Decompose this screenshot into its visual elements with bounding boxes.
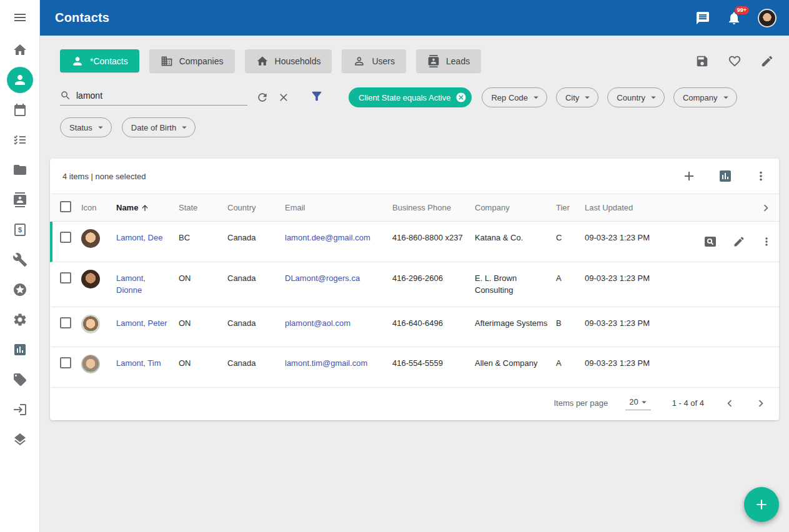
filter-chip-country[interactable]: Country: [607, 87, 665, 107]
previous-page-icon[interactable]: [723, 397, 737, 410]
search-filter-row: Client State equals Active Rep Code City…: [60, 87, 774, 107]
house-icon: [256, 55, 269, 67]
sidebar-item-reports[interactable]: [0, 335, 40, 365]
contact-card-icon: [12, 192, 27, 207]
chevron-right-icon[interactable]: [759, 201, 773, 215]
sidebar-item-contacts[interactable]: [0, 65, 40, 95]
sidebar-item-favorites[interactable]: [0, 275, 40, 305]
table-row[interactable]: Lamont, Dee BC Canada lamont.dee@gmail.c…: [50, 222, 779, 262]
sidebar-item-layers[interactable]: [0, 425, 40, 455]
remove-filter-icon[interactable]: [455, 92, 467, 103]
sidebar-item-tags[interactable]: [0, 365, 40, 395]
cell-country: Canada: [227, 222, 285, 254]
column-header-business-phone[interactable]: Business Phone: [392, 203, 475, 212]
column-header-country[interactable]: Country: [227, 203, 285, 212]
contact-email-link[interactable]: lamont.tim@gmail.com: [285, 358, 367, 368]
checklist-icon: [12, 132, 27, 147]
funnel-icon: [310, 89, 324, 103]
cell-tier: B: [556, 307, 585, 340]
tab-companies[interactable]: Companies: [149, 49, 235, 72]
tab-contacts[interactable]: *Contacts: [60, 49, 139, 72]
svg-text:$: $: [17, 226, 21, 234]
filter-chip-city[interactable]: City: [556, 87, 598, 107]
table-row[interactable]: Lamont, Dionne ON Canada DLamont@rogers.…: [50, 262, 779, 307]
chart-view-icon[interactable]: [718, 169, 733, 184]
add-contact-fab[interactable]: [744, 487, 779, 522]
notification-badge: 99+: [735, 6, 749, 14]
row-checkbox[interactable]: [60, 272, 71, 283]
notifications-button[interactable]: 99+: [727, 11, 742, 26]
contact-email-link[interactable]: lamont.dee@gmail.com: [285, 233, 370, 242]
user-avatar[interactable]: [758, 9, 777, 27]
active-filter-chip[interactable]: Client State equals Active: [349, 87, 472, 107]
cell-business-phone: 416-860-8800 x237: [392, 222, 475, 254]
cell-state: ON: [179, 307, 227, 340]
main-content: *Contacts Companies Households Users Lea…: [40, 36, 789, 532]
edit-pencil-icon[interactable]: [760, 54, 774, 68]
sidebar-item-documents[interactable]: [0, 155, 40, 185]
filter-button[interactable]: [310, 89, 324, 106]
table-row[interactable]: Lamont, Tim ON Canada lamont.tim@gmail.c…: [50, 347, 779, 388]
column-header-email[interactable]: Email: [285, 203, 392, 212]
sidebar-item-home[interactable]: [0, 35, 40, 65]
table-row[interactable]: Lamont, Peter ON Canada plamont@aol.com …: [50, 307, 779, 348]
contact-name-link[interactable]: Lamont, Dionne: [116, 273, 146, 295]
filter-chip-rep-code[interactable]: Rep Code: [482, 87, 547, 107]
column-header-name[interactable]: Name: [116, 203, 179, 212]
column-header-icon[interactable]: Icon: [81, 203, 116, 212]
layers-icon: [12, 432, 27, 447]
sidebar-item-sign-out[interactable]: [0, 395, 40, 425]
favorite-heart-icon[interactable]: [728, 54, 742, 68]
column-header-tier[interactable]: Tier: [556, 203, 585, 212]
row-checkbox[interactable]: [60, 232, 71, 243]
sidebar-item-tools[interactable]: [0, 245, 40, 275]
row-more-options-icon[interactable]: [760, 235, 773, 248]
row-checkbox[interactable]: [60, 357, 71, 368]
tab-leads[interactable]: Leads: [416, 49, 481, 72]
column-header-company[interactable]: Company: [475, 203, 556, 212]
contact-avatar: [81, 270, 100, 288]
tab-households[interactable]: Households: [245, 49, 332, 72]
row-checkbox[interactable]: [60, 317, 71, 328]
clear-search-icon[interactable]: [277, 91, 290, 104]
chevron-down-icon: [648, 92, 659, 103]
sidebar-item-calendar[interactable]: [0, 95, 40, 125]
items-per-page-label: Items per page: [554, 398, 608, 408]
edit-row-icon[interactable]: [733, 235, 745, 248]
sidebar-item-settings[interactable]: [0, 305, 40, 335]
pagination-bar: Items per page 20 1 - 4 of 4: [50, 388, 779, 420]
sidebar-item-billing[interactable]: $: [0, 215, 40, 245]
column-header-last-updated[interactable]: Last Updated: [585, 203, 680, 212]
add-item-icon[interactable]: [682, 169, 697, 184]
bar-chart-icon: [12, 342, 27, 357]
contact-email-link[interactable]: plamont@aol.com: [285, 318, 350, 328]
cell-business-phone: 416-296-2606: [392, 262, 475, 295]
filter-chip-company[interactable]: Company: [673, 87, 737, 107]
contact-name-link[interactable]: Lamont, Tim: [116, 358, 161, 368]
filter-chip-date-of-birth[interactable]: Date of Birth: [122, 117, 196, 137]
cell-tier: A: [556, 262, 585, 295]
sidebar-item-tasks[interactable]: [0, 125, 40, 155]
search-field[interactable]: [60, 90, 247, 106]
save-icon[interactable]: [695, 54, 709, 68]
more-options-icon[interactable]: [754, 169, 768, 183]
sidebar-item-contact-cards[interactable]: [0, 185, 40, 215]
tag-icon: [12, 372, 27, 387]
tab-users[interactable]: Users: [342, 49, 406, 72]
messages-button[interactable]: [695, 11, 710, 26]
building-icon: [161, 55, 173, 67]
search-input[interactable]: [76, 91, 247, 101]
star-circle-icon: [12, 282, 27, 297]
column-header-state[interactable]: State: [179, 203, 227, 212]
contact-name-link[interactable]: Lamont, Dee: [116, 233, 162, 242]
quick-view-icon[interactable]: [703, 234, 718, 249]
items-per-page-select[interactable]: 20: [625, 397, 650, 410]
select-all-checkbox[interactable]: [60, 201, 71, 212]
home-icon: [12, 42, 27, 57]
filter-chip-status[interactable]: Status: [60, 117, 112, 137]
refresh-icon[interactable]: [256, 91, 269, 104]
hamburger-menu-icon[interactable]: [0, 0, 40, 35]
contact-name-link[interactable]: Lamont, Peter: [116, 318, 167, 328]
contact-email-link[interactable]: DLamont@rogers.ca: [285, 273, 360, 283]
next-page-icon[interactable]: [754, 397, 768, 410]
